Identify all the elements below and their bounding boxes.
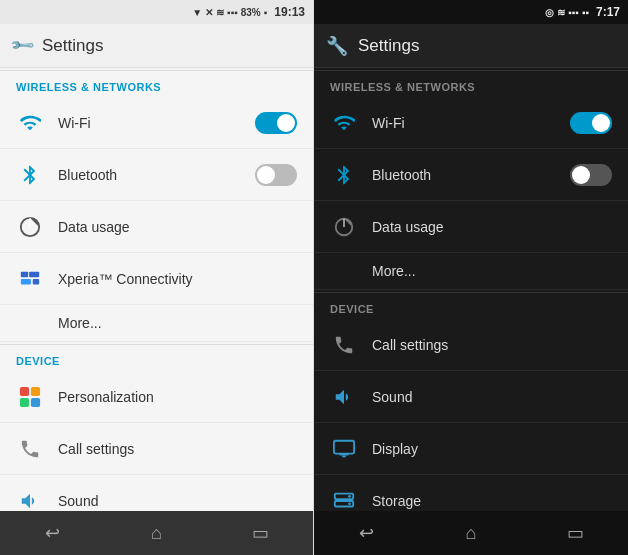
right-page-title: Settings	[358, 36, 419, 56]
right-wireless-header: WIRELESS & NETWORKS	[314, 70, 628, 97]
left-bottom-nav: ↩ ⌂ ▭	[0, 511, 313, 555]
right-bluetooth-toggle[interactable]	[570, 164, 612, 186]
right-settings-list: WIRELESS & NETWORKS Wi-Fi Bluetooth	[314, 68, 628, 511]
right-storage-icon	[330, 487, 358, 512]
right-sound-item[interactable]: Sound	[314, 371, 628, 423]
right-bluetooth-item[interactable]: Bluetooth	[314, 149, 628, 201]
right-title-bar: 🔧 Settings	[314, 24, 628, 68]
left-wireless-header: WIRELESS & NETWORKS	[0, 70, 313, 97]
battery-percent: 83%	[241, 7, 261, 18]
right-wifi-label: Wi-Fi	[372, 115, 556, 131]
call-icon-left	[16, 435, 44, 463]
right-more-item[interactable]: More...	[314, 253, 628, 290]
recents-icon-right: ▭	[567, 522, 584, 544]
left-home-button[interactable]: ⌂	[126, 511, 186, 555]
left-recents-button[interactable]: ▭	[231, 511, 291, 555]
left-data-usage-item[interactable]: Data usage	[0, 201, 313, 253]
signal-bars-icon: ▪▪▪	[227, 7, 238, 18]
right-sound-icon	[330, 383, 358, 411]
recents-icon-left: ▭	[252, 522, 269, 544]
back-icon-right: ↩	[359, 522, 374, 544]
home-icon-right: ⌂	[466, 523, 477, 544]
left-bluetooth-label: Bluetooth	[58, 167, 241, 183]
right-data-usage-item[interactable]: Data usage	[314, 201, 628, 253]
left-sound-item[interactable]: Sound	[0, 475, 313, 511]
right-bluetooth-label: Bluetooth	[372, 167, 556, 183]
left-back-button[interactable]: ↩	[22, 511, 82, 555]
left-status-bar: ▼ ✕ ≋ ▪▪▪ 83% ▪ 19:13	[0, 0, 313, 24]
right-display-label: Display	[372, 441, 612, 457]
right-status-bar: ◎ ≋ ▪▪▪ ▪▪ 7:17	[314, 0, 628, 24]
right-wifi-icon: ≋	[557, 7, 565, 18]
right-data-usage-label: Data usage	[372, 219, 612, 235]
right-call-label: Call settings	[372, 337, 612, 353]
svg-rect-6	[31, 386, 40, 395]
right-recents-button[interactable]: ▭	[546, 511, 606, 555]
left-settings-list: WIRELESS & NETWORKS Wi-Fi Bluetooth	[0, 68, 313, 511]
left-panel: ▼ ✕ ≋ ▪▪▪ 83% ▪ 19:13 🔧 Settings WIRELES…	[0, 0, 314, 555]
svg-rect-8	[31, 397, 40, 406]
left-status-icons: ▼ ✕ ≋ ▪▪▪ 83% ▪ 19:13	[192, 5, 305, 19]
svg-point-18	[348, 495, 351, 498]
right-display-icon	[330, 435, 358, 463]
right-storage-label: Storage	[372, 493, 612, 509]
left-wifi-label: Wi-Fi	[58, 115, 241, 131]
left-xperia-label: Xperia™ Connectivity	[58, 271, 297, 287]
right-battery-icon: ▪▪	[582, 7, 589, 18]
left-more-item[interactable]: More...	[0, 305, 313, 342]
right-settings-wrench-icon: 🔧	[326, 35, 348, 57]
svg-rect-1	[21, 271, 28, 277]
right-wifi-item[interactable]: Wi-Fi	[314, 97, 628, 149]
right-display-item[interactable]: Display	[314, 423, 628, 475]
svg-rect-2	[29, 271, 39, 277]
right-data-usage-icon	[330, 213, 358, 241]
left-call-item[interactable]: Call settings	[0, 423, 313, 475]
right-status-icons: ◎ ≋ ▪▪▪ ▪▪ 7:17	[545, 5, 620, 19]
left-personalization-item[interactable]: Personalization	[0, 371, 313, 423]
svg-point-20	[348, 502, 351, 505]
right-sound-label: Sound	[372, 389, 612, 405]
time-left: 19:13	[274, 5, 305, 19]
left-wifi-item[interactable]: Wi-Fi	[0, 97, 313, 149]
left-bluetooth-item[interactable]: Bluetooth	[0, 149, 313, 201]
svg-rect-4	[33, 279, 39, 285]
left-page-title: Settings	[42, 36, 103, 56]
right-bluetooth-icon	[330, 161, 358, 189]
svg-rect-15	[339, 453, 348, 455]
right-storage-item[interactable]: Storage	[314, 475, 628, 511]
right-call-item[interactable]: Call settings	[314, 319, 628, 371]
settings-wrench-icon: 🔧	[8, 32, 36, 60]
left-title-bar: 🔧 Settings	[0, 24, 313, 68]
right-home-button[interactable]: ⌂	[441, 511, 501, 555]
right-device-header: DEVICE	[314, 292, 628, 319]
back-icon-left: ↩	[45, 522, 60, 544]
home-icon-left: ⌂	[151, 523, 162, 544]
right-panel: ◎ ≋ ▪▪▪ ▪▪ 7:17 🔧 Settings WIRELESS & NE…	[314, 0, 628, 555]
left-sound-label: Sound	[58, 493, 297, 509]
right-back-button[interactable]: ↩	[336, 511, 396, 555]
right-signal-icon: ◎	[545, 7, 554, 18]
bluetooth-icon	[16, 161, 44, 189]
personalization-icon	[16, 383, 44, 411]
left-device-header: DEVICE	[0, 344, 313, 371]
signal-icon: ▼	[192, 7, 202, 18]
mute-icon: ✕	[205, 7, 213, 18]
svg-rect-7	[20, 397, 29, 406]
left-call-label: Call settings	[58, 441, 297, 457]
left-bluetooth-toggle[interactable]	[255, 164, 297, 186]
right-wifi-toggle[interactable]	[570, 112, 612, 134]
left-personalization-label: Personalization	[58, 389, 297, 405]
right-wifi-icon-item	[330, 109, 358, 137]
svg-rect-3	[21, 279, 31, 285]
right-time: 7:17	[596, 5, 620, 19]
left-wifi-toggle[interactable]	[255, 112, 297, 134]
svg-rect-5	[20, 386, 29, 395]
left-xperia-item[interactable]: Xperia™ Connectivity	[0, 253, 313, 305]
sound-icon-left	[16, 487, 44, 512]
right-bottom-nav: ↩ ⌂ ▭	[314, 511, 628, 555]
data-usage-icon	[16, 213, 44, 241]
right-call-icon	[330, 331, 358, 359]
wifi-icon	[16, 109, 44, 137]
left-data-usage-label: Data usage	[58, 219, 297, 235]
xperia-icon	[16, 265, 44, 293]
